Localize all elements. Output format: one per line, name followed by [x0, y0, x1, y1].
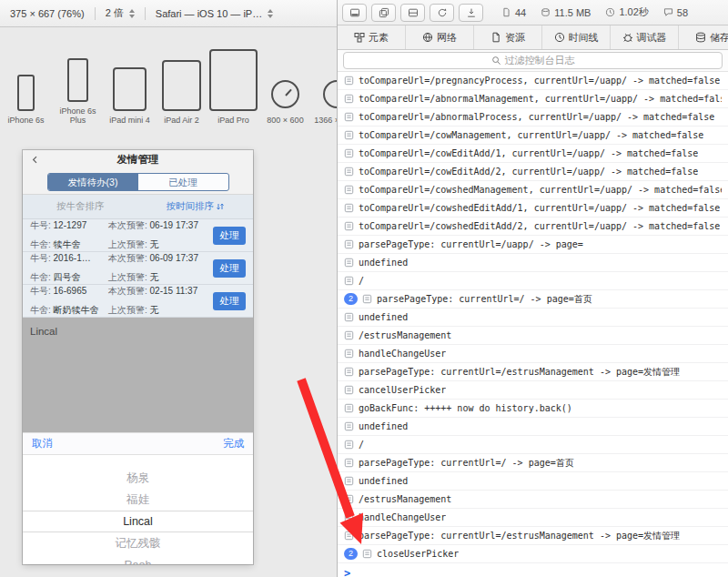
- console-row[interactable]: parsePageType: currentUrl=/estrusManagem…: [338, 527, 728, 545]
- console-message: /: [359, 440, 364, 450]
- picker-option[interactable]: Raoh: [23, 554, 253, 565]
- console-row[interactable]: parsePageType: currentUrl=/ -> page=首页: [338, 454, 728, 472]
- size-preset-button[interactable]: 1366 × 1024: [311, 80, 337, 126]
- stat-bubble: 58: [663, 7, 688, 18]
- sort-by-time[interactable]: 按时间排序: [138, 200, 254, 213]
- console-row[interactable]: /: [338, 436, 728, 454]
- console-filter-input[interactable]: 过滤控制台日志: [343, 52, 723, 69]
- console-row[interactable]: handleChangeUser: [338, 345, 728, 363]
- console-row[interactable]: parsePageType: currentUrl=/uapp/ -> page…: [338, 236, 728, 254]
- reload-button[interactable]: [430, 4, 454, 22]
- log-icon: [344, 349, 354, 359]
- segment-tab[interactable]: 已处理: [138, 174, 228, 190]
- handle-button[interactable]: 处理: [213, 227, 246, 245]
- device-label: iPad mini 4: [109, 116, 150, 126]
- split-view-button[interactable]: [400, 4, 425, 22]
- tab-network[interactable]: 网络: [406, 25, 474, 49]
- console-row[interactable]: /: [338, 272, 728, 290]
- back-button[interactable]: [31, 150, 39, 169]
- console-row[interactable]: 2closeUserPicker: [338, 545, 728, 563]
- stat-clock: 1.02秒: [605, 5, 648, 19]
- handle-button[interactable]: 处理: [213, 259, 246, 278]
- orientation-dial-icon: [323, 80, 337, 108]
- picker-option[interactable]: 记忆残骸: [23, 532, 253, 554]
- dock-bottom-button[interactable]: [342, 4, 367, 22]
- download-button[interactable]: [459, 4, 483, 22]
- picker-cancel-button[interactable]: 取消: [32, 437, 53, 450]
- log-icon: [344, 440, 354, 450]
- cow-list-item[interactable]: 牛号: 16-6965牛舍: 断奶犊牛舍本次预警: 02-15 11:37上次预…: [23, 285, 253, 318]
- console-row[interactable]: toCompareUrl=/cowshedManagement, current…: [338, 181, 728, 199]
- device-button[interactable]: iPad mini 4: [104, 67, 156, 126]
- stat-size: 11.5 MB: [541, 7, 591, 18]
- console-row[interactable]: toCompareUrl=/cowManagement, currentUrl=…: [338, 127, 728, 145]
- tab-label: 元素: [369, 31, 389, 45]
- console-row[interactable]: toCompareUrl=/cowEditAdd/1, currentUrl=/…: [338, 145, 728, 163]
- cow-ids: 牛号: 2016-1…牛舍: 四号舍: [30, 252, 108, 284]
- console-prompt[interactable]: >: [344, 567, 350, 577]
- viewport-size-indicator[interactable]: 375 × 667 (76%): [0, 0, 95, 26]
- copy-pages-button[interactable]: [371, 4, 396, 22]
- console-message: undefined: [359, 476, 408, 486]
- user-picker: 杨泉福娃Lincal记忆残骸Raoh: [23, 455, 253, 565]
- network-icon: [422, 32, 433, 43]
- console-row[interactable]: toCompareUrl=/abnormalProcess, currentUr…: [338, 108, 728, 127]
- tab-debugger[interactable]: 调试器: [611, 25, 679, 49]
- sort-by-shed[interactable]: 按牛舍排序: [23, 200, 138, 213]
- tab-storage[interactable]: 储存: [679, 25, 728, 49]
- console-row[interactable]: undefined: [338, 309, 728, 327]
- picker-option[interactable]: Lincal: [23, 511, 253, 532]
- console-row[interactable]: undefined: [338, 418, 728, 436]
- console-row[interactable]: undefined: [338, 472, 728, 491]
- device-button[interactable]: iPhone 6s: [0, 75, 52, 126]
- stat-value: 58: [677, 7, 688, 18]
- device-button[interactable]: iPhone 6s Plus: [52, 58, 104, 126]
- elements-icon: [354, 32, 365, 43]
- picker-option[interactable]: 福娃: [23, 489, 253, 511]
- cow-list-item[interactable]: 牛号: 12-1297牛舍: 犊牛舍本次预警: 06-19 17:37上次预警:…: [23, 219, 253, 252]
- console-row[interactable]: parsePageType: currentUrl=/estrusManagem…: [338, 363, 728, 381]
- console-row[interactable]: /estrusManagement: [338, 491, 728, 509]
- log-icon: [344, 403, 354, 413]
- device-button[interactable]: iPad Pro: [207, 49, 259, 126]
- console-row[interactable]: handleChangeUser: [338, 509, 728, 527]
- picker-option[interactable]: 杨泉: [23, 467, 253, 489]
- log-icon: [362, 549, 372, 559]
- log-icon: [344, 385, 354, 395]
- device-button[interactable]: iPad Air 2: [156, 60, 207, 126]
- cow-list-item[interactable]: 牛号: 2016-1…牛舍: 四号舍本次预警: 06-09 17:37上次预警:…: [23, 252, 253, 285]
- tab-elements[interactable]: 元素: [338, 25, 406, 49]
- picker-done-button[interactable]: 完成: [223, 437, 244, 450]
- tab-resources[interactable]: 资源: [474, 25, 542, 49]
- console-message: toCompareUrl=/cowshedEditAdd/2, currentU…: [359, 221, 720, 231]
- tab-timelines[interactable]: 时间线: [542, 25, 611, 49]
- console-row[interactable]: toCompareUrl=/cowEditAdd/2, currentUrl=/…: [338, 163, 728, 181]
- console-row[interactable]: undefined: [338, 254, 728, 272]
- log-icon: [344, 258, 354, 268]
- console-row[interactable]: toCompareUrl=/cowshedEditAdd/1, currentU…: [338, 199, 728, 218]
- console-row[interactable]: goBackFunc: +++++ now do history.back(): [338, 400, 728, 418]
- stat-value: 11.5 MB: [554, 7, 591, 18]
- console-row[interactable]: toCompareUrl=/cowshedEditAdd/2, currentU…: [338, 218, 728, 236]
- console-message: toCompareUrl=/abnormalManagement, curren…: [359, 94, 722, 104]
- tab-label: 调试器: [637, 31, 667, 45]
- browser-dropdown[interactable]: Safari — iOS 10 — iP…: [146, 0, 283, 26]
- preset-label: 800 × 600: [267, 116, 303, 126]
- stat-value: 44: [515, 7, 526, 18]
- console-row[interactable]: /estrusManagement: [338, 327, 728, 345]
- tab-label: 储存: [710, 31, 728, 45]
- console-message: closeUserPicker: [377, 549, 459, 559]
- log-icon: [362, 294, 372, 304]
- console-row[interactable]: toCompareUrl=/pregnancyProcess, currentU…: [338, 72, 728, 90]
- console-row[interactable]: cancelUserPicker: [338, 381, 728, 400]
- handle-button[interactable]: 处理: [213, 292, 246, 310]
- resources-icon: [490, 32, 501, 43]
- app-header: 发情管理: [23, 150, 253, 169]
- console-row[interactable]: toCompareUrl=/abnormalManagement, curren…: [338, 90, 728, 108]
- console-message: toCompareUrl=/cowEditAdd/1, currentUrl=/…: [359, 148, 698, 158]
- segment-tab[interactable]: 发情待办(3): [48, 174, 138, 190]
- console-message: parsePageType: currentUrl=/estrusManagem…: [359, 366, 680, 379]
- zoom-dropdown[interactable]: 2 倍: [96, 0, 145, 26]
- console-row[interactable]: 2parsePageType: currentUrl=/ -> page=首页: [338, 290, 728, 309]
- size-preset-button[interactable]: 800 × 600: [259, 80, 311, 126]
